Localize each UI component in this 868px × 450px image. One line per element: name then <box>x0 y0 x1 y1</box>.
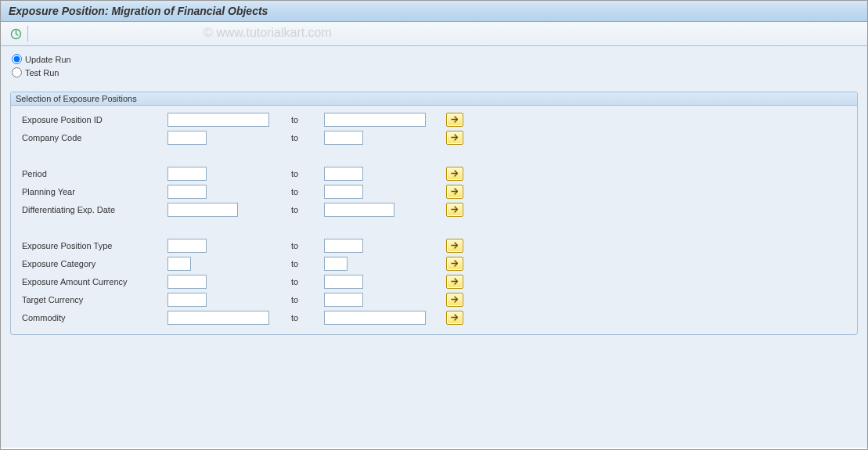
input-exp-pos-type-from[interactable] <box>167 239 207 253</box>
multiselect-planning-year[interactable] <box>446 185 463 199</box>
label-company-code: Company Code <box>19 133 167 142</box>
arrow-right-icon <box>451 169 459 178</box>
page-title: Exposure Position: Migration of Financia… <box>1 1 867 22</box>
arrow-right-icon <box>451 205 459 214</box>
to-label: to <box>285 133 324 142</box>
arrow-right-icon <box>451 313 459 322</box>
label-period: Period <box>19 169 167 178</box>
input-period-from[interactable] <box>167 167 207 181</box>
arrow-right-icon <box>451 259 459 268</box>
radio-update-run-input[interactable] <box>12 54 22 64</box>
input-commodity-from[interactable] <box>167 311 269 325</box>
row-company-code: Company Code to <box>19 128 849 146</box>
selection-groupbox: Selection of Exposure Positions Exposure… <box>10 92 858 335</box>
label-diff-exp-date: Differentiating Exp. Date <box>19 205 167 214</box>
arrow-right-icon <box>451 115 459 124</box>
radio-update-run[interactable]: Update Run <box>12 54 858 64</box>
radio-test-run[interactable]: Test Run <box>12 67 858 77</box>
clock-execute-icon <box>10 28 22 40</box>
to-label: to <box>285 259 324 268</box>
input-exp-pos-type-to[interactable] <box>324 239 363 253</box>
label-exp-category: Exposure Category <box>19 259 167 268</box>
application-toolbar <box>1 22 867 46</box>
input-company-code-from[interactable] <box>167 131 207 145</box>
multiselect-exp-pos-type[interactable] <box>446 239 463 253</box>
input-commodity-to[interactable] <box>324 311 426 325</box>
to-label: to <box>285 205 324 214</box>
spacer <box>19 218 849 236</box>
arrow-right-icon <box>451 133 459 142</box>
input-planning-year-to[interactable] <box>324 185 363 199</box>
multiselect-company-code[interactable] <box>446 131 463 145</box>
to-label: to <box>285 115 324 124</box>
selection-groupbox-header: Selection of Exposure Positions <box>11 92 857 106</box>
multiselect-exp-amt-curr[interactable] <box>446 275 463 289</box>
input-period-to[interactable] <box>324 167 363 181</box>
toolbar-separator <box>27 26 28 41</box>
run-mode-radio-group: Update Run Test Run <box>12 54 858 77</box>
input-exp-category-from[interactable] <box>167 257 191 271</box>
multiselect-target-curr[interactable] <box>446 293 463 307</box>
radio-test-run-input[interactable] <box>12 67 22 77</box>
to-label: to <box>285 241 324 250</box>
label-commodity: Commodity <box>19 313 167 322</box>
radio-update-run-label: Update Run <box>25 55 71 64</box>
label-target-curr: Target Currency <box>19 295 167 304</box>
radio-test-run-label: Test Run <box>25 68 59 77</box>
spacer <box>19 146 849 164</box>
multiselect-exp-category[interactable] <box>446 257 463 271</box>
content-area: Update Run Test Run Selection of Exposur… <box>1 46 867 448</box>
multiselect-exp-pos-id[interactable] <box>446 113 463 127</box>
to-label: to <box>285 295 324 304</box>
row-planning-year: Planning Year to <box>19 182 849 200</box>
input-exp-amt-curr-to[interactable] <box>324 275 363 289</box>
input-target-curr-to[interactable] <box>324 293 363 307</box>
row-commodity: Commodity to <box>19 308 849 326</box>
input-planning-year-from[interactable] <box>167 185 207 199</box>
label-exp-pos-type: Exposure Position Type <box>19 241 167 250</box>
multiselect-commodity[interactable] <box>446 311 463 325</box>
input-exp-category-to[interactable] <box>324 257 348 271</box>
to-label: to <box>285 277 324 286</box>
row-exp-pos-id: Exposure Position ID to <box>19 110 849 128</box>
multiselect-diff-exp-date[interactable] <box>446 203 463 217</box>
row-exp-amt-curr: Exposure Amount Currency to <box>19 272 849 290</box>
input-diff-exp-date-from[interactable] <box>167 203 238 217</box>
multiselect-period[interactable] <box>446 167 463 181</box>
row-period: Period to <box>19 164 849 182</box>
input-company-code-to[interactable] <box>324 131 363 145</box>
input-exp-pos-id-from[interactable] <box>167 113 269 127</box>
input-target-curr-from[interactable] <box>167 293 207 307</box>
to-label: to <box>285 313 324 322</box>
to-label: to <box>285 187 324 196</box>
row-diff-exp-date: Differentiating Exp. Date to <box>19 200 849 218</box>
arrow-right-icon <box>451 277 459 286</box>
to-label: to <box>285 169 324 178</box>
row-target-curr: Target Currency to <box>19 290 849 308</box>
label-exp-pos-id: Exposure Position ID <box>19 115 167 124</box>
label-planning-year: Planning Year <box>19 187 167 196</box>
row-exp-category: Exposure Category to <box>19 254 849 272</box>
execute-button[interactable] <box>7 25 24 42</box>
arrow-right-icon <box>451 295 459 304</box>
input-exp-pos-id-to[interactable] <box>324 113 426 127</box>
row-exp-pos-type: Exposure Position Type to <box>19 236 849 254</box>
label-exp-amt-curr: Exposure Amount Currency <box>19 277 167 286</box>
input-diff-exp-date-to[interactable] <box>324 203 394 217</box>
arrow-right-icon <box>451 187 459 196</box>
arrow-right-icon <box>451 241 459 250</box>
input-exp-amt-curr-from[interactable] <box>167 275 207 289</box>
